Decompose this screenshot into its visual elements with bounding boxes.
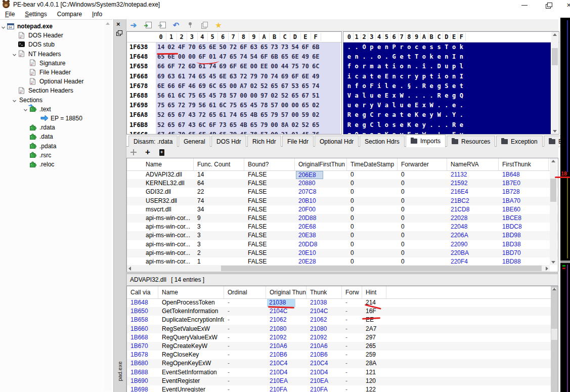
hex-byte[interactable]: 51 [311,91,321,101]
ascii-char[interactable]: R [345,110,353,120]
ascii-char[interactable]: o [383,120,390,130]
column-header-originalfirstthun[interactable]: OriginalFirstThun [296,158,347,170]
hex-byte[interactable]: 72 [177,101,187,110]
hex-byte[interactable]: 6E [217,72,228,81]
detail-row[interactable]: 1B648OpenProcessToken-2103821038-214 [127,298,558,307]
chevron-down-icon[interactable] [1,24,6,29]
hex-byte[interactable]: 79 [187,101,197,110]
column-header-call-via[interactable]: Call via [128,286,158,298]
hex-byte[interactable]: 6C [311,62,321,71]
tab-resources[interactable]: Resources [447,136,495,147]
ascii-char[interactable]: y [428,110,435,120]
ascii-char[interactable]: e [368,130,375,135]
hex-byte[interactable]: 4F [166,130,176,135]
ascii-char[interactable]: g [450,91,458,101]
hex-byte[interactable]: 65 [187,130,197,135]
detail-row[interactable]: 1B680RegOpenKeyExW-210C4210C4-28A [127,359,558,368]
hex-byte[interactable]: 6C [207,81,217,91]
hex-byte[interactable]: 65 [217,81,228,91]
hex-byte[interactable]: 67 [177,110,187,120]
column-header-bound-[interactable]: Bound? [245,158,295,170]
menu-item-compare[interactable]: Compare [52,10,87,19]
tab-section-hdrs[interactable]: Section Hdrs [360,136,405,147]
ascii-char[interactable]: e [398,120,406,130]
ascii-char[interactable]: n [458,52,465,62]
imports-row[interactable]: KERNEL32.dll64FALSE2088000215921B7E0 [127,179,558,188]
ascii-char[interactable]: . [443,101,450,110]
move-icon[interactable] [126,147,141,157]
detail-row[interactable]: 1B678RegCloseKey-210B6210B6-259 [127,351,558,359]
tab-optional-hdr[interactable]: Optional Hdr [315,136,359,147]
ascii-char[interactable]: W [435,110,443,120]
ascii-char[interactable]: t [458,81,465,91]
ascii-char[interactable]: s [390,120,398,130]
ascii-char[interactable]: e [390,81,398,91]
ascii-char[interactable]: a [375,62,383,71]
imports-row[interactable]: USER32.dll74FALSE20B100021BC21BA70 [127,197,558,205]
jump-into-icon[interactable]: ➔ [141,20,155,30]
ascii-char[interactable]: o [361,81,368,91]
ascii-char[interactable]: . [435,101,443,110]
ascii-char[interactable]: . [428,62,435,71]
tree-item-sections[interactable]: Sections [12,96,42,105]
tab-exception[interactable]: Exception [496,136,543,147]
hex-byte[interactable]: 00 [290,101,300,110]
hex-byte[interactable]: 61 [207,101,217,110]
tree-item-signature[interactable]: Signature [23,59,65,68]
hex-byte[interactable]: 00 [269,130,279,135]
ascii-char[interactable]: C [368,110,375,120]
ascii-char[interactable]: P [390,42,398,52]
column-header-name[interactable]: Name [159,286,224,298]
ascii-char[interactable]: D [435,62,443,71]
hex-byte[interactable]: 14 [156,42,166,52]
ascii-char[interactable]: e [398,52,406,62]
hex-byte[interactable]: 43 [187,110,197,120]
hex-byte[interactable]: 67 [280,81,290,91]
hex-byte[interactable]: 6B [269,52,279,62]
imports-row[interactable]: msvcrt.dll34FALSE20F000021CD81BE60 [127,205,558,214]
hex-byte[interactable]: 57 [228,91,238,101]
menu-item-info[interactable]: Info [87,10,107,19]
ascii-char[interactable]: a [390,110,398,120]
ascii-char[interactable]: n [383,42,390,52]
hex-byte[interactable]: A7 [238,81,248,91]
ascii-char[interactable]: V [375,101,383,110]
ascii-char[interactable]: . [345,42,353,52]
follow-arrow-icon[interactable]: ➔ [126,20,141,30]
ascii-char[interactable]: i [375,81,383,91]
ascii-char[interactable]: . [420,91,428,101]
hex-byte[interactable]: 65 [197,72,207,81]
close-button[interactable]: ✕ [563,2,570,9]
hex-bytes-grid[interactable]: 1F63814024F70656E50726F63657373546F6B1F6… [127,42,340,134]
ascii-char[interactable]: c [413,42,420,52]
ascii-char[interactable]: S [443,81,450,91]
undo-icon[interactable]: ↶ [169,20,183,30]
ascii-char[interactable]: u [368,91,375,101]
ascii-char[interactable]: n [443,52,450,62]
hex-byte[interactable]: 57 [259,130,269,135]
pin-icon[interactable] [183,20,197,30]
ascii-char[interactable]: a [383,101,390,110]
hex-byte[interactable]: 65 [197,42,207,52]
hex-byte[interactable]: 63 [166,72,176,81]
ascii-char[interactable]: e [413,120,420,130]
hex-byte[interactable]: 75 [187,91,197,101]
hex-byte[interactable]: 65 [300,101,311,110]
ascii-char[interactable]: . [398,81,406,91]
detail-row[interactable]: 1B670RegCreateKeyW-210A6210A6-265 [127,342,558,351]
hex-byte[interactable]: 54 [249,52,259,62]
ascii-char[interactable]: Y [450,110,458,120]
column-header-forw[interactable]: Forw [343,286,362,298]
hex-byte[interactable]: 61 [166,91,176,101]
hex-byte[interactable]: 8A [280,120,290,130]
add-entry-icon[interactable]: + [155,147,169,157]
ascii-char[interactable]: o [375,52,383,62]
ascii-char[interactable]: a [353,91,361,101]
hex-byte[interactable]: 52 [156,110,166,120]
hex-byte[interactable]: 65 [290,91,300,101]
ascii-char[interactable]: s [435,42,443,52]
hex-byte[interactable]: 00 [228,81,238,91]
ascii-char[interactable]: y [368,101,375,110]
ascii-char[interactable]: O [353,130,361,135]
ascii-char[interactable]: o [405,42,413,52]
